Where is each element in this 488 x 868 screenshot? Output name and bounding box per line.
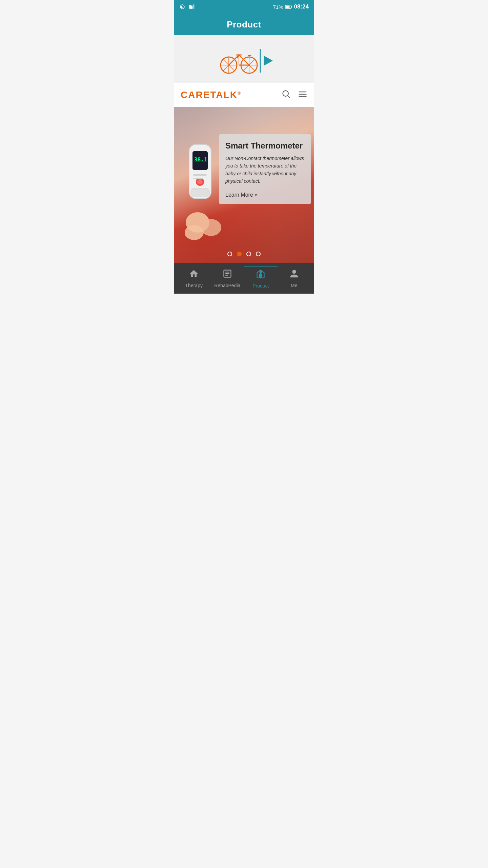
svg-line-19 [229,55,239,65]
home-icon [189,269,199,281]
menu-button[interactable] [298,90,307,100]
nav-item-me[interactable]: Me [278,266,311,291]
carousel-dots [174,252,314,256]
battery-percent: 71% [273,4,283,10]
nav-item-rehabpedia[interactable]: RehabPedia [211,266,244,291]
product-icon [256,269,265,281]
svg-rect-41 [191,189,209,197]
app-header-title: Product [227,19,261,30]
svg-rect-5 [291,6,292,7]
svg-text:38.1: 38.1 [194,156,207,163]
svg-point-40 [197,179,203,184]
carousel-dot-3[interactable] [246,252,251,256]
status-bar: 71% ⚡ 08:24 [174,0,314,14]
caretalk-logo: CARETALK® [181,90,241,100]
carousel-dot-1[interactable] [227,252,232,256]
app-logo-image [210,42,278,76]
hero-banner: 38.1 Smart Thermometer Our Non-Contact t… [174,107,314,263]
svg-line-29 [288,96,290,98]
search-button[interactable] [282,90,291,100]
svg-point-0 [180,5,184,9]
time-display: 08:24 [294,3,309,10]
svg-rect-3 [193,4,194,8]
bottom-navigation: Therapy RehabPedia Product [174,263,314,294]
person-icon [289,269,299,281]
logo-area [174,35,314,83]
svg-rect-43 [193,178,203,179]
nav-icons [282,90,307,100]
svg-rect-42 [193,174,207,176]
svg-point-34 [201,219,221,236]
nav-item-product[interactable]: Product [244,266,278,291]
svg-text:⚡: ⚡ [287,5,290,8]
product-title: Smart Thermometer [225,141,305,151]
product-label: Product [252,283,269,289]
svg-rect-48 [260,274,262,278]
thermometer-image: 38.1 [176,141,223,217]
svg-rect-1 [189,5,190,9]
svg-marker-27 [264,56,273,66]
nav-item-therapy[interactable]: Therapy [177,266,211,291]
rehabpedia-icon [223,269,232,281]
signal-icon-2 [189,4,195,10]
status-right: 71% ⚡ 08:24 [273,3,309,10]
brand-navbar: CARETALK® [174,83,314,107]
svg-rect-2 [191,6,192,8]
status-left [179,4,195,10]
info-card: Smart Thermometer Our Non-Contact thermo… [219,134,311,204]
learn-more-link[interactable]: Learn More » [225,192,258,198]
carousel-dot-4[interactable] [256,252,261,256]
svg-line-18 [239,55,249,65]
signal-icon-1 [179,4,185,10]
carousel-dot-2[interactable] [237,252,242,256]
svg-point-35 [185,225,204,240]
rehabpedia-label: RehabPedia [214,283,240,288]
battery-icon: ⚡ [285,4,292,10]
app-header: Product [174,14,314,35]
therapy-label: Therapy [185,283,203,288]
me-label: Me [291,283,297,288]
svg-point-49 [260,271,262,273]
product-description: Our Non-Contact thermometer allows you t… [225,155,305,185]
